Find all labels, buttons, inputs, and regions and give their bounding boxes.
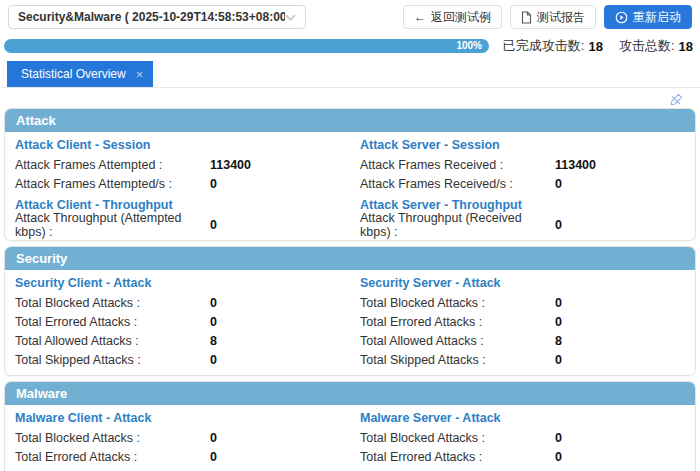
stat-value: 0 [210,315,217,329]
stat-label: Total Blocked Attacks : [360,296,555,310]
attack-counters: 已完成攻击数: 18 攻击总数: 18 [503,37,696,55]
stat-row: Attack Frames Attempted :113400 [15,155,340,174]
tab-close-icon[interactable]: × [136,68,144,81]
snapshot-icon[interactable] [669,92,684,106]
section-body: Attack Client - SessionAttack Frames Att… [5,132,695,240]
test-report-button[interactable]: 测试报告 [510,5,596,29]
stat-row: Total Blocked Attacks :0 [15,428,340,447]
tab-label: Statistical Overview [21,67,126,81]
arrow-left-icon: ← [414,11,426,23]
stat-label: Total Errored Attacks : [360,450,555,464]
stat-group-title: Attack Client - Session [15,133,340,155]
stat-group-title: Attack Server - Session [360,133,685,155]
section-panel-attack: AttackAttack Client - SessionAttack Fram… [4,108,696,241]
section-title: Malware [5,382,695,405]
stat-row: Attack Frames Received/s :0 [360,174,685,193]
stat-value: 0 [555,177,562,191]
test-case-select[interactable]: Security&Malware ( 2025-10-29T14:58:53+0… [8,5,306,29]
stat-column: Malware Client - AttackTotal Blocked Att… [5,406,350,471]
stat-column: Security Server - AttackTotal Blocked At… [350,271,695,369]
section-title: Security [5,247,695,270]
stat-row: Total Blocked Attacks :0 [360,293,685,312]
stat-label: Attack Throughput (Attempted kbps) : [15,211,210,239]
tab-statistical-overview[interactable]: Statistical Overview × [7,61,153,87]
stat-value: 0 [210,296,217,310]
stat-row: Total Errored Attacks :0 [15,312,340,331]
restart-button[interactable]: 重新启动 [604,5,692,29]
stat-label: Total Allowed Attacks : [15,334,210,348]
stat-label: Attack Frames Attempted : [15,158,210,172]
stat-value: 113400 [210,158,251,172]
stat-label: Total Allowed Attacks : [360,334,555,348]
stat-value: 0 [555,353,562,367]
stat-row: Attack Frames Attempted/s :0 [15,174,340,193]
stat-row: Attack Frames Received :113400 [360,155,685,174]
stat-group-title: Security Client - Attack [15,271,340,293]
stat-group-title: Malware Server - Attack [360,406,685,428]
stat-label: Attack Frames Received/s : [360,177,555,191]
stat-row: Attack Throughput (Received kbps) :0 [360,215,685,234]
stat-column: Security Client - AttackTotal Blocked At… [5,271,350,369]
stat-value: 0 [210,177,217,191]
stat-row: Total Blocked Attacks :0 [15,293,340,312]
stat-label: Total Errored Attacks : [15,315,210,329]
stat-row: Total Allowed Attacks :10 [360,466,685,471]
stat-row: Total Skipped Attacks :0 [360,350,685,369]
stat-value: 0 [555,218,562,232]
stat-label: Total Blocked Attacks : [15,296,210,310]
progress-bar: 100% [4,39,489,53]
progress-percent-label: 100% [456,41,482,51]
stat-value: 8 [555,334,562,348]
stat-value: 0 [210,353,217,367]
test-case-select-value: Security&Malware ( 2025-10-29T14:58:53+0… [18,10,285,24]
stat-row: Total Errored Attacks :0 [360,312,685,331]
progress-row: 100% 已完成攻击数: 18 攻击总数: 18 [4,37,696,55]
stat-label: Total Blocked Attacks : [360,431,555,445]
stat-value: 0 [555,296,562,310]
back-to-testcase-button[interactable]: ← 返回测试例 [403,5,502,29]
stat-value: 0 [210,431,217,445]
stat-value: 113400 [555,158,596,172]
section-body: Malware Client - AttackTotal Blocked Att… [5,405,695,471]
stat-row: Total Allowed Attacks :10 [15,466,340,471]
stat-row: Total Allowed Attacks :8 [360,331,685,350]
stat-row: Total Allowed Attacks :8 [15,331,340,350]
statistics-sections: AttackAttack Client - SessionAttack Fram… [4,108,696,471]
stat-value: 8 [210,334,217,348]
stat-value: 0 [555,431,562,445]
stat-value: 0 [555,450,562,464]
stat-column: Malware Server - AttackTotal Blocked Att… [350,406,695,471]
stat-column: Attack Server - SessionAttack Frames Rec… [350,133,695,234]
stat-row: Total Skipped Attacks :0 [15,350,340,369]
stat-label: Total Skipped Attacks : [360,353,555,367]
stat-column: Attack Client - SessionAttack Frames Att… [5,133,350,234]
document-icon [521,11,532,24]
stat-value: 0 [555,315,562,329]
section-panel-security: SecuritySecurity Client - AttackTotal Bl… [4,246,696,376]
completed-attacks-label: 已完成攻击数: [503,37,585,55]
stat-label: Attack Frames Attempted/s : [15,177,210,191]
stat-label: Attack Frames Received : [360,158,555,172]
chevron-down-icon [285,14,296,21]
report-button-label: 测试报告 [537,9,585,26]
stat-label: Total Errored Attacks : [15,450,210,464]
stat-label: Attack Throughput (Received kbps) : [360,211,555,239]
section-title: Attack [5,109,695,132]
stat-value: 0 [210,218,217,232]
topbar-actions: ← 返回测试例 测试报告 重新启动 [403,5,692,29]
stat-label: Total Blocked Attacks : [15,431,210,445]
section-body: Security Client - AttackTotal Blocked At… [5,270,695,375]
stat-row: Attack Throughput (Attempted kbps) :0 [15,215,340,234]
play-circle-icon [615,11,628,24]
content: AttackAttack Client - SessionAttack Fram… [0,88,700,471]
completed-attacks-value: 18 [588,39,602,54]
tab-bar: Statistical Overview × [0,61,700,88]
stat-label: Total Skipped Attacks : [15,353,210,367]
content-toolbar [4,90,696,108]
stat-value: 0 [210,450,217,464]
total-attacks-label: 攻击总数: [619,37,675,55]
topbar: Security&Malware ( 2025-10-29T14:58:53+0… [0,0,700,32]
stat-row: Total Errored Attacks :0 [15,447,340,466]
back-button-label: 返回测试例 [431,9,491,26]
stat-group-title: Malware Client - Attack [15,406,340,428]
